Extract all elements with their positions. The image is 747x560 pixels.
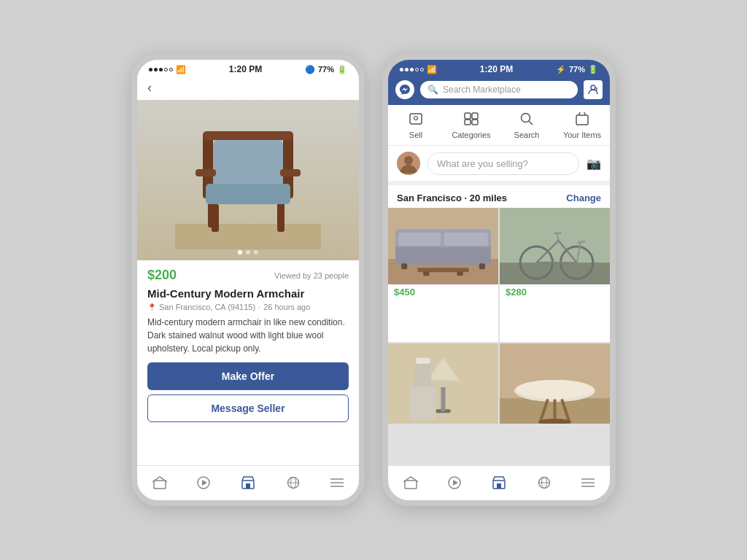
svg-rect-42 [398, 233, 441, 246]
nav-globe[interactable] [286, 476, 301, 489]
svg-rect-16 [246, 483, 250, 489]
status-left-2: 📶 [400, 65, 437, 74]
tab-categories-label: Categories [452, 131, 490, 139]
product-meta: 📍 San Francisco, CA (94115) · 26 hours a… [147, 303, 349, 311]
dot2 [154, 68, 158, 71]
svg-rect-32 [472, 120, 478, 125]
tab-search-label: Search [514, 131, 540, 139]
product-location: San Francisco, CA (94115) [159, 303, 255, 311]
phone-product-detail: 📶 1:20 PM 🔵 77% 🔋 ‹ [131, 54, 365, 506]
svg-line-34 [529, 121, 533, 125]
dot2 [405, 68, 409, 71]
svg-marker-77 [453, 480, 458, 486]
listing-sofa[interactable]: $450 [388, 208, 498, 342]
svg-marker-14 [202, 480, 207, 486]
back-button[interactable]: ‹ [147, 80, 152, 96]
product-title: Mid-Century Modern Armchair [147, 287, 349, 300]
tab-search[interactable]: Search [499, 109, 554, 142]
location-row: San Francisco · 20 miles Change [388, 185, 610, 208]
nav-home[interactable] [152, 476, 167, 489]
status-right-1: 🔵 77% 🔋 [305, 65, 347, 74]
nav-play-2[interactable] [448, 476, 461, 489]
bluetooth-2: ⚡ [556, 65, 566, 74]
make-offer-button[interactable]: Make Offer [147, 362, 349, 390]
svg-rect-75 [405, 481, 417, 489]
wifi-icon-2: 📶 [427, 65, 437, 74]
svg-rect-8 [196, 169, 216, 176]
svg-rect-11 [277, 204, 285, 232]
camera-icon[interactable]: 📷 [587, 157, 601, 171]
svg-rect-7 [206, 184, 290, 204]
battery-level-1: 77% [318, 65, 334, 74]
svg-point-33 [522, 114, 530, 122]
svg-rect-0 [175, 224, 321, 249]
change-location-link[interactable]: Change [566, 192, 601, 203]
dot-2 [246, 250, 250, 254]
nav-marketplace[interactable] [241, 476, 255, 489]
search-bar[interactable]: 🔍 Search Marketplace [420, 81, 578, 98]
svg-rect-31 [465, 120, 471, 125]
nav-marketplace-2[interactable] [492, 476, 506, 489]
svg-rect-47 [423, 271, 429, 276]
svg-rect-9 [280, 169, 301, 176]
time-display-1: 1:20 PM [229, 64, 262, 74]
svg-rect-40 [395, 244, 491, 265]
sell-icon [409, 112, 423, 129]
svg-rect-30 [472, 113, 478, 119]
product-price: $200 [147, 268, 177, 283]
svg-rect-43 [444, 233, 488, 246]
listing-bike[interactable]: $280 [500, 208, 610, 342]
listings-grid: $450 [388, 208, 610, 465]
categories-icon [464, 112, 479, 129]
product-header: ‹ [137, 76, 359, 100]
listing-bike-price: $280 [500, 284, 610, 300]
message-seller-button[interactable]: Message Seller [147, 394, 349, 422]
product-image [137, 100, 359, 260]
listing-table[interactable] [500, 343, 610, 424]
dot-active [238, 250, 242, 254]
tab-categories[interactable]: Categories [444, 109, 499, 142]
sell-input[interactable]: What are you selling? [427, 152, 579, 175]
status-left: 📶 [149, 65, 186, 74]
status-bar-2: 📶 1:20 PM ⚡ 77% 🔋 [388, 60, 610, 76]
nav-home-2[interactable] [403, 476, 418, 489]
search-icon: 🔍 [427, 85, 438, 95]
user-avatar [397, 152, 420, 175]
dot1 [149, 68, 152, 71]
nav-globe-2[interactable] [537, 476, 551, 489]
svg-rect-63 [441, 384, 445, 411]
product-content: $200 Viewed by 23 people Mid-Century Mod… [137, 260, 359, 465]
wifi-icon: 📶 [176, 65, 186, 74]
svg-rect-12 [154, 481, 166, 489]
tab-sell[interactable]: Sell [388, 109, 444, 142]
svg-rect-45 [479, 263, 485, 269]
your-items-icon [575, 112, 589, 129]
nav-menu[interactable] [330, 478, 344, 488]
chair-illustration [137, 100, 359, 260]
listing-lamp[interactable] [388, 343, 498, 424]
svg-rect-5 [203, 131, 293, 140]
nav-play[interactable] [197, 476, 210, 489]
messenger-icon[interactable] [395, 80, 414, 99]
product-description: Mid-century modern armchair in like new … [147, 316, 349, 355]
svg-rect-26 [410, 114, 422, 124]
svg-rect-10 [212, 204, 219, 232]
marketplace-header: 🔍 Search Marketplace [388, 76, 610, 105]
price-row: $200 Viewed by 23 people [147, 268, 349, 283]
time-display-2: 1:20 PM [480, 64, 513, 74]
status-bar-1: 📶 1:20 PM 🔵 77% 🔋 [137, 60, 359, 76]
product-time: 26 hours ago [263, 303, 310, 311]
nav-menu-2[interactable] [581, 478, 595, 488]
bottom-nav-1 [137, 465, 359, 500]
signal-dots-2 [400, 68, 424, 71]
svg-point-70 [516, 379, 594, 398]
profile-icon[interactable] [584, 80, 603, 99]
dot3 [159, 68, 163, 71]
dot4 [415, 68, 419, 71]
location-pin-icon: 📍 [147, 303, 156, 311]
battery-icon-2: 🔋 [588, 65, 598, 74]
svg-point-23 [591, 85, 595, 90]
svg-point-37 [404, 156, 413, 165]
svg-rect-79 [497, 483, 501, 489]
tab-your-items[interactable]: Your Items [554, 109, 610, 142]
